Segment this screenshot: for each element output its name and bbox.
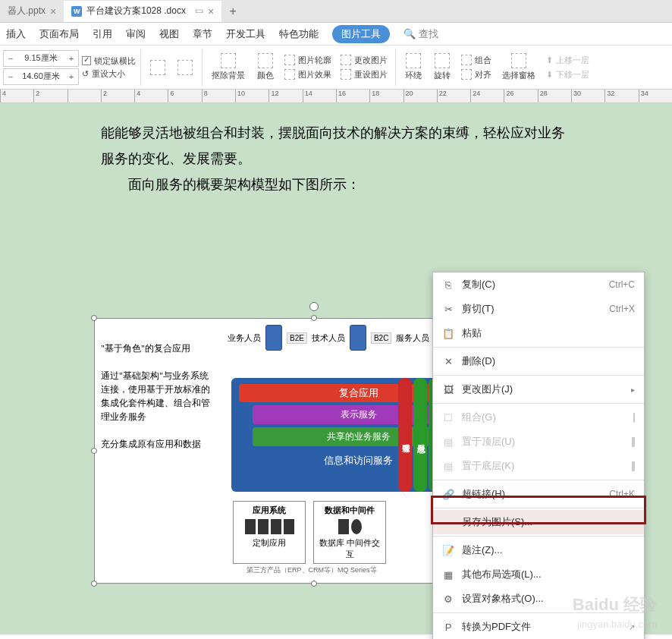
rotate-left-button[interactable] [146, 58, 170, 77]
close-icon[interactable]: × [50, 5, 56, 17]
tab-menu-icon[interactable]: ▭ [195, 5, 203, 17]
change-picture-button[interactable]: 更改图片 [338, 54, 391, 67]
paste-icon: 📋 [442, 327, 454, 339]
paragraph: 能能够灵活地被组合和封装，摆脱面向技术的解决方案的束缚，轻松应对业务服务的变化、… [101, 120, 571, 172]
ruler: 42 2 46 810 1214 1618 2022 2426 2830 323… [0, 90, 672, 103]
ctx-change-image[interactable]: 🖼更改图片(J)▸ [433, 377, 644, 401]
ctx-bring-front: ▤置于顶层(U) [433, 430, 644, 454]
lock-aspect-checkbox[interactable]: 锁定纵横比 [82, 55, 136, 67]
cut-icon: ✂ [442, 303, 454, 315]
ctx-copy[interactable]: ⎘复制(C)Ctrl+C [433, 272, 644, 297]
menu-search[interactable]: 🔍 查找 [404, 27, 438, 41]
wrap-button[interactable]: 环绕 [400, 52, 426, 83]
diagram-text: 充分集成原有应用和数据 [101, 437, 215, 451]
remove-bg-icon [221, 53, 236, 68]
reset-picture-button[interactable]: 重设图片 [338, 68, 391, 81]
menu-special[interactable]: 特色功能 [279, 27, 319, 41]
word-icon: W [71, 6, 82, 17]
menu-review[interactable]: 审阅 [126, 27, 146, 41]
reset-img-icon [341, 69, 351, 80]
ctx-format-object[interactable]: ⚙设置对象格式(O)... [433, 587, 644, 611]
separator [433, 612, 644, 613]
send-backward-button: ⬇下移一层 [543, 68, 592, 81]
group-button[interactable]: 组合 [458, 54, 495, 67]
pane-icon [511, 53, 526, 68]
picture-effect-button[interactable]: 图片效果 [281, 68, 334, 81]
menu-imagetools[interactable]: 图片工具 [332, 25, 390, 43]
menu-pagelayout[interactable]: 页面布局 [39, 27, 79, 41]
width-value: 9.15厘米 [17, 52, 64, 64]
person-icon [350, 325, 366, 351]
menu-bar: 插入 页面布局 引用 审阅 视图 章节 开发工具 特色功能 图片工具 🔍 查找 [0, 23, 672, 46]
search-label: 查找 [419, 27, 438, 41]
front-sub-icon2 [633, 437, 635, 447]
new-tab-button[interactable]: + [221, 5, 244, 18]
format-icon: ⚙ [442, 593, 454, 605]
ctx-layout-options[interactable]: ▦其他布局选项(L)... [433, 562, 644, 587]
up-icon: ⬆ [546, 55, 553, 65]
ctx-hyperlink[interactable]: 🔗超链接(H)...Ctrl+K [433, 482, 644, 506]
rotate-handle[interactable] [309, 302, 319, 311]
back-sub-icon2 [633, 461, 635, 471]
menu-reference[interactable]: 引用 [93, 27, 112, 41]
rotate-icon [435, 53, 450, 68]
remove-bg-button[interactable]: 抠除背景 [207, 52, 250, 83]
menu-chapter[interactable]: 章节 [193, 27, 212, 41]
ctx-cut[interactable]: ✂剪切(T)Ctrl+X [433, 297, 644, 321]
rotate-right-icon [177, 60, 193, 75]
ctx-caption[interactable]: 📝题注(Z)... [433, 538, 644, 562]
front-icon: ▤ [442, 436, 454, 448]
save-icon [442, 516, 454, 528]
down-icon: ⬇ [546, 70, 553, 80]
diagram-text: 通过"基础架构"与业务系统连接，使用基于开放标准的集成化套件构建、组合和管理业务… [101, 369, 215, 423]
ctx-paste[interactable]: 📋粘贴 [433, 321, 644, 345]
tab-docx-active[interactable]: W 平台建设方案1028 .docx ▭ × [64, 1, 221, 22]
menu-view[interactable]: 视图 [159, 27, 179, 41]
minus-icon[interactable]: − [4, 54, 17, 63]
change-image-icon: 🖼 [442, 383, 454, 395]
rotate-right-button[interactable] [173, 58, 197, 77]
ctx-convert-pdf[interactable]: P转换为PDF文件↗ [433, 615, 644, 639]
tab-label: 器人.pptx [8, 5, 46, 17]
change-icon [341, 55, 351, 65]
divider [202, 49, 203, 86]
separator [433, 536, 644, 537]
paragraph: 面向服务的概要架构模型如下图所示： [101, 172, 571, 197]
submenu-arrow-icon: ▸ [631, 386, 635, 394]
ctx-save-as-image[interactable]: 另存为图片(S)... [433, 510, 644, 534]
menu-insert[interactable]: 插入 [6, 27, 26, 41]
close-icon[interactable]: × [208, 5, 214, 17]
color-button[interactable]: 颜色 [253, 52, 278, 83]
ctx-send-back: ▤置于底层(K) [433, 454, 644, 478]
ctx-delete[interactable]: ✕删除(D) [433, 349, 644, 373]
caption-icon: 📝 [442, 544, 454, 556]
picture-outline-button[interactable]: 图片轮廓 [281, 54, 334, 67]
separator [433, 403, 644, 404]
group-icon: ☐ [442, 411, 454, 423]
rotate-left-icon [150, 60, 165, 75]
diagram-text: "基于角色"的复合应用 [101, 342, 215, 355]
ribbon: − 9.15厘米 + − 14.60厘米 + 锁定纵横比 ↺重设大小 抠除背景 … [0, 46, 672, 90]
width-spinner[interactable]: − 9.15厘米 + [3, 50, 79, 67]
back-icon: ▤ [442, 460, 454, 472]
align-button[interactable]: 对齐 [458, 68, 495, 81]
search-icon: 🔍 [404, 28, 416, 39]
wrap-icon [406, 53, 421, 68]
plus-icon[interactable]: + [64, 72, 78, 81]
separator [433, 375, 644, 376]
menu-devtools[interactable]: 开发工具 [226, 27, 265, 41]
align-icon [461, 69, 472, 80]
tab-pptx[interactable]: 器人.pptx × [0, 1, 64, 22]
divider [140, 49, 141, 86]
copy-icon: ⎘ [442, 279, 454, 291]
minus-icon[interactable]: − [4, 72, 17, 81]
plus-icon[interactable]: + [64, 54, 78, 63]
tab-label: 平台建设方案1028 .docx [86, 5, 186, 17]
reset-size-button[interactable]: ↺重设大小 [82, 68, 136, 80]
selection-pane-button[interactable]: 选择窗格 [498, 52, 540, 83]
layout-icon: ▦ [442, 568, 454, 581]
link-icon: 🔗 [442, 488, 454, 500]
height-spinner[interactable]: − 14.60厘米 + [3, 68, 79, 85]
rotate-button[interactable]: 旋转 [429, 52, 455, 83]
diagram-card: 应用系统 定制应用 [233, 501, 306, 564]
